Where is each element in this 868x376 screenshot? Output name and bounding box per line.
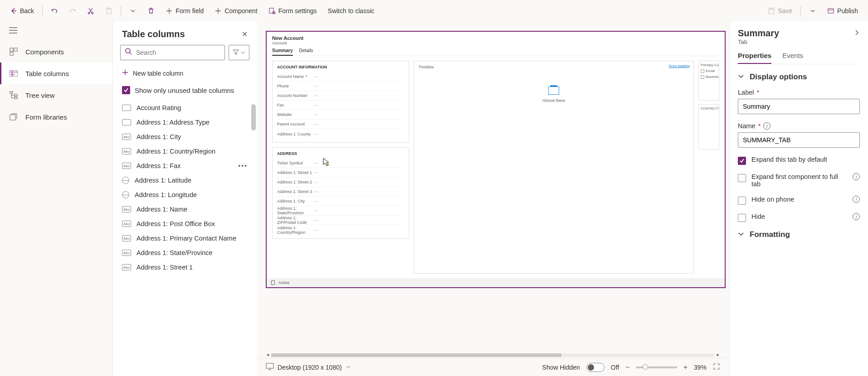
info-icon[interactable]: i bbox=[763, 122, 770, 130]
rail-item-form-libraries[interactable]: Form libraries bbox=[0, 106, 112, 128]
expand-first-checkbox[interactable]: Expand first component to full tab i bbox=[738, 173, 860, 188]
filter-button[interactable] bbox=[229, 45, 249, 60]
form-field-row[interactable]: Phone--- bbox=[277, 82, 404, 91]
rail-item-tree-view[interactable]: Tree view bbox=[0, 84, 112, 106]
switch-classic-button[interactable]: Switch to classic bbox=[323, 5, 379, 17]
fit-icon[interactable] bbox=[713, 363, 720, 371]
form-field-row[interactable]: Address 1: ZIP/Postal Code--- bbox=[277, 216, 404, 225]
hamburger-button[interactable] bbox=[0, 22, 112, 41]
column-item[interactable]: AbcAddress 1: City bbox=[113, 130, 257, 144]
form-tab-details[interactable]: Details bbox=[299, 48, 313, 56]
publish-label: Publish bbox=[837, 7, 858, 14]
form-field-row[interactable]: Account Name*--- bbox=[277, 72, 404, 82]
form-settings-button[interactable]: Form settings bbox=[264, 5, 322, 17]
column-list[interactable]: Account RatingAddress 1: Address TypeAbc… bbox=[113, 101, 257, 376]
form-field-row[interactable]: Address 1: Street 1--- bbox=[277, 168, 404, 178]
section-address[interactable]: ADDRESS Ticker Symbol---Address 1: Stree… bbox=[272, 147, 409, 239]
name-input[interactable] bbox=[738, 132, 860, 148]
column-item[interactable]: AbcAddress 1: Street 1 bbox=[113, 260, 257, 275]
svg-rect-19 bbox=[266, 363, 273, 368]
contacts-card[interactable]: CONTACTS bbox=[698, 104, 719, 149]
field-value: --- bbox=[313, 161, 317, 165]
close-panel-button[interactable]: ✕ bbox=[242, 30, 248, 39]
delete-button[interactable] bbox=[143, 5, 159, 17]
search-input[interactable] bbox=[136, 49, 220, 56]
redo-button[interactable] bbox=[64, 5, 81, 17]
info-icon[interactable]: i bbox=[853, 173, 860, 180]
column-item[interactable]: Address 1: Longitude bbox=[113, 188, 257, 202]
add-form-field-button[interactable]: Form field bbox=[161, 5, 208, 17]
rail-item-table-columns[interactable]: Abc Table columns bbox=[0, 63, 112, 84]
rail-item-components[interactable]: Components bbox=[0, 41, 112, 63]
chevron-down-icon[interactable] bbox=[346, 364, 351, 371]
scroll-right-icon[interactable]: ► bbox=[716, 352, 720, 357]
hide-phone-checkbox[interactable]: Hide on phone i bbox=[738, 196, 860, 205]
info-icon[interactable]: i bbox=[853, 196, 860, 203]
viewport-label[interactable]: Desktop (1920 x 1080) bbox=[278, 364, 342, 371]
form-field-row[interactable]: Ticker Symbol--- bbox=[277, 159, 404, 168]
section-formatting[interactable]: Formatting bbox=[738, 230, 860, 239]
section-account-info[interactable]: ACCOUNT INFORMATION Account Name*---Phon… bbox=[272, 61, 409, 143]
zoom-slider-thumb[interactable] bbox=[643, 364, 648, 370]
save-button[interactable]: Save bbox=[763, 5, 797, 17]
checkbox-icon bbox=[738, 174, 746, 182]
scrollbar-thumb[interactable] bbox=[271, 353, 561, 357]
field-label: Address 1: Street 1 bbox=[277, 170, 313, 175]
column-item[interactable]: Address 1: Latitude bbox=[113, 173, 257, 188]
expand-default-checkbox[interactable]: Expand this tab by default bbox=[738, 156, 860, 165]
form-canvas: New Account Account Summary Details ACCO… bbox=[257, 22, 729, 376]
horizontal-scrollbar[interactable]: ◄ ► bbox=[266, 352, 720, 358]
column-item[interactable]: AbcAddress 1: Post Office Box bbox=[113, 217, 257, 231]
column-item[interactable]: AbcAddress 1: Country/Region bbox=[113, 144, 257, 159]
form-tab-summary[interactable]: Summary bbox=[272, 48, 293, 56]
paste-dropdown[interactable] bbox=[125, 5, 141, 17]
form-field-row[interactable]: Website--- bbox=[277, 110, 404, 120]
error-loading-link[interactable]: Error loading bbox=[669, 64, 690, 68]
add-component-button[interactable]: Component bbox=[210, 5, 262, 17]
email-icon bbox=[701, 69, 704, 73]
prop-tab-events[interactable]: Events bbox=[782, 52, 803, 64]
cut-button[interactable] bbox=[83, 5, 99, 17]
hide-checkbox[interactable]: Hide i bbox=[738, 213, 860, 222]
back-button[interactable]: Back bbox=[5, 5, 39, 17]
column-item[interactable]: AbcAddress 1: Primary Contact Name bbox=[113, 231, 257, 246]
paste-button[interactable] bbox=[101, 5, 117, 17]
timeline-section[interactable]: Error loading Timeline Almost there bbox=[414, 61, 694, 274]
show-hidden-toggle[interactable] bbox=[586, 363, 605, 372]
scrollbar-thumb[interactable] bbox=[251, 104, 256, 130]
form-field-row[interactable]: Address 1: Country/Region--- bbox=[277, 225, 404, 235]
form-field-row[interactable]: Address 1: City--- bbox=[277, 197, 404, 206]
form-field-row[interactable]: Address 1: Street 2--- bbox=[277, 178, 404, 187]
form-field-row[interactable]: Account Number--- bbox=[277, 91, 404, 101]
form-field-row[interactable]: Fax--- bbox=[277, 101, 404, 110]
column-item[interactable]: AbcAddress 1: Fax••• bbox=[113, 159, 257, 173]
form-preview[interactable]: New Account Account Summary Details ACCO… bbox=[266, 31, 726, 288]
save-dropdown[interactable] bbox=[805, 5, 821, 17]
undo-button[interactable] bbox=[46, 5, 63, 17]
scroll-left-icon[interactable]: ◄ bbox=[266, 352, 270, 357]
form-field-row[interactable]: Address 1: State/Province--- bbox=[277, 206, 404, 216]
expand-panel-button[interactable] bbox=[853, 29, 860, 38]
more-icon[interactable]: ••• bbox=[238, 162, 248, 169]
column-item[interactable]: AbcAddress 1: Name bbox=[113, 202, 257, 217]
show-unused-checkbox-row[interactable]: Show only unused table columns bbox=[113, 82, 257, 101]
search-input-wrapper[interactable] bbox=[120, 45, 225, 60]
form-field-row[interactable]: Address 1: Street 3--- bbox=[277, 187, 404, 197]
column-item[interactable]: Account Rating bbox=[113, 101, 257, 115]
zoom-in-button[interactable]: + bbox=[683, 363, 688, 371]
publish-button[interactable]: Publish bbox=[823, 5, 863, 17]
form-field-row[interactable]: Parent Account--- bbox=[277, 120, 404, 129]
primary-contact-card[interactable]: Primary Co Email Business bbox=[698, 61, 719, 101]
column-item[interactable]: Address 1: Address Type bbox=[113, 115, 257, 130]
form-field-row[interactable]: Address 1: County--- bbox=[277, 129, 404, 139]
zoom-slider[interactable] bbox=[636, 366, 677, 368]
new-table-column-button[interactable]: New table column bbox=[113, 65, 257, 82]
checkbox-icon bbox=[738, 157, 746, 165]
zoom-out-button[interactable]: − bbox=[625, 363, 629, 371]
column-item[interactable]: AbcAddress 1: State/Province bbox=[113, 246, 257, 260]
section-display-options[interactable]: Display options bbox=[738, 72, 860, 82]
info-icon[interactable]: i bbox=[853, 213, 860, 220]
label-input[interactable] bbox=[738, 99, 860, 114]
prop-tab-properties[interactable]: Properties bbox=[738, 52, 771, 64]
field-value: --- bbox=[313, 218, 317, 222]
